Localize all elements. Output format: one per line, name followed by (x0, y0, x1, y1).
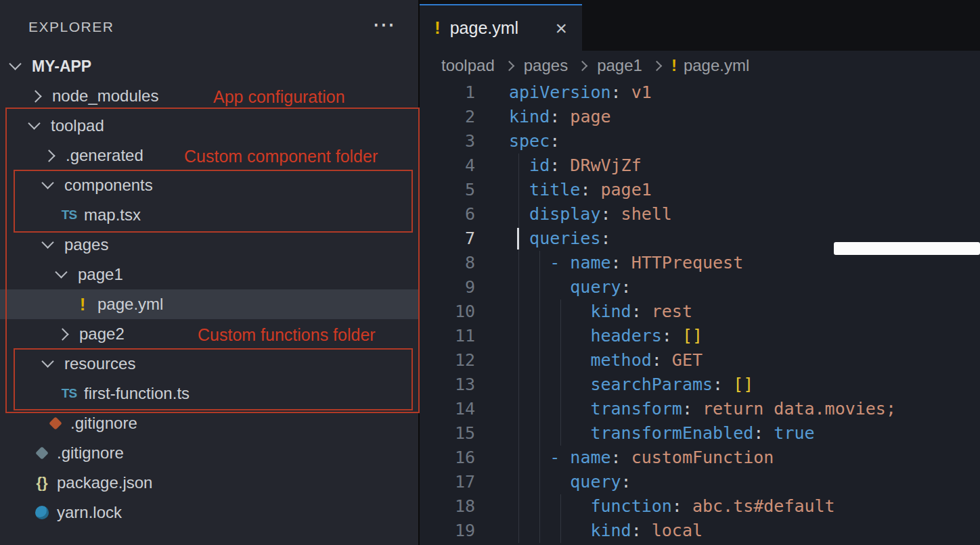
tree-item-components[interactable]: components (0, 170, 418, 200)
line-number: 12 (420, 348, 475, 373)
tree-item-map-tsx[interactable]: TS map.tsx (0, 200, 418, 230)
explorer-sidebar: EXPLORER ⋯ MY-APP node_modules toolpad .… (0, 0, 418, 545)
code-text: transformEnabled: true (509, 421, 815, 446)
line-number: 15 (420, 421, 475, 446)
code-line: 4 id: DRwVjZf (420, 153, 980, 178)
breadcrumb-page1[interactable]: page1 (597, 56, 642, 75)
code-text: display: shell (509, 202, 672, 227)
chevron-right-icon (56, 328, 68, 340)
code-line: 14 transform: return data.movies; (420, 397, 980, 421)
chevron-down-icon (55, 266, 67, 278)
line-number: 18 (420, 494, 475, 519)
tree-item-package-json[interactable]: {} package.json (0, 468, 418, 498)
json-icon: {} (30, 474, 54, 492)
code-text: spec: (509, 129, 560, 153)
code-text: queries: (509, 227, 611, 251)
code-text: searchParams: [] (509, 373, 753, 397)
code-text: headers: [] (509, 324, 703, 348)
code-text: title: page1 (509, 178, 652, 202)
line-number: 2 (420, 105, 475, 129)
code-line: 2 kind: page (420, 105, 980, 129)
code-text: method: GET (509, 348, 703, 373)
tree-item-node-modules[interactable]: node_modules (0, 81, 418, 111)
line-number: 16 (420, 446, 475, 470)
tree-item-toolpad[interactable]: toolpad (0, 111, 418, 141)
tab-page-yml[interactable]: ! page.yml × (420, 4, 582, 51)
annotation-custom-functions-folder: Custom functions folder (198, 325, 376, 345)
tree-item-resources[interactable]: resources (0, 349, 418, 379)
close-icon[interactable]: × (555, 18, 567, 39)
chevron-right-icon (652, 60, 663, 71)
code-line: 1 apiVersion: v1 (420, 80, 980, 105)
code-text: kind: rest (509, 300, 692, 324)
line-number-active: 7 (420, 227, 475, 251)
tree-item-page-yml[interactable]: ! page.yml (0, 289, 418, 319)
chevron-right-icon (43, 149, 55, 162)
breadcrumb-file[interactable]: page.yml (684, 56, 749, 75)
code-line: 19 kind: local (420, 519, 980, 543)
warning-icon: ! (671, 56, 677, 75)
line-number: 19 (420, 519, 475, 543)
line-number: 4 (420, 153, 475, 178)
code-line: 16 - name: customFunction (420, 446, 980, 470)
code-text: id: DRwVjZf (509, 153, 642, 178)
chevron-right-icon (29, 90, 41, 102)
tab-bar: ! page.yml × (420, 0, 980, 51)
line-number: 3 (420, 129, 475, 153)
line-number: 14 (420, 397, 475, 421)
chevron-down-icon (9, 57, 21, 70)
git-icon (30, 448, 54, 458)
more-actions-icon[interactable]: ⋯ (372, 11, 397, 38)
warning-icon: ! (435, 18, 441, 39)
code-text: apiVersion: v1 (509, 80, 652, 105)
tab-title: page.yml (450, 18, 546, 38)
line-number: 5 (420, 178, 475, 202)
explorer-title: EXPLORER (28, 19, 114, 35)
breadcrumb-pages[interactable]: pages (524, 56, 568, 75)
tree-root-label: MY-APP (32, 57, 91, 76)
code-text: query: (509, 470, 631, 494)
code-text: transform: return data.movies; (509, 397, 896, 421)
line-number: 1 (420, 80, 475, 105)
line-number: 8 (420, 251, 475, 275)
code-line: 13 searchParams: [] (420, 373, 980, 397)
code-text: - name: customFunction (509, 446, 774, 470)
breadcrumb-toolpad[interactable]: toolpad (441, 56, 495, 75)
annotation-custom-component-folder: Custom component folder (184, 147, 378, 166)
code-line: 6 display: shell (420, 202, 980, 227)
code-line: 18 function: abc.ts#default (420, 494, 980, 519)
line-number: 17 (420, 470, 475, 494)
code-line: 5 title: page1 (420, 178, 980, 202)
chevron-right-icon (504, 60, 514, 71)
editor-code-area[interactable]: 1 apiVersion: v1 2 kind: page 3 spec: 4 … (420, 80, 980, 543)
code-line: 8 - name: HTTPrequest (420, 251, 980, 275)
line-number: 11 (420, 324, 475, 348)
tree-item-gitignore-root[interactable]: .gitignore (0, 438, 418, 468)
code-text: kind: local (509, 519, 703, 543)
code-line: 15 transformEnabled: true (420, 421, 980, 446)
tree-item-page1[interactable]: page1 (0, 260, 418, 289)
tree-item-yarn-lock[interactable]: yarn.lock (0, 498, 418, 527)
chevron-down-icon (28, 117, 40, 129)
line-number: 10 (420, 300, 475, 324)
warning-icon: ! (70, 294, 95, 315)
tree-item-pages[interactable]: pages (0, 230, 418, 260)
vscode-window: EXPLORER ⋯ MY-APP node_modules toolpad .… (0, 0, 980, 545)
code-text: - name: HTTPrequest (509, 251, 743, 275)
tree-item-gitignore-toolpad[interactable]: .gitignore (0, 408, 418, 438)
file-tree: MY-APP node_modules toolpad .generated c… (0, 51, 418, 527)
editor-pane: ! page.yml × toolpad pages page1 ! page.… (420, 0, 980, 545)
git-icon (43, 419, 68, 428)
chevron-right-icon (577, 60, 588, 71)
breadcrumb: toolpad pages page1 ! page.yml (420, 51, 980, 80)
annotation-app-configuration: App configuration (213, 87, 345, 107)
code-line: 7 queries: (420, 227, 980, 251)
yarn-icon (30, 506, 54, 519)
chevron-down-icon (41, 236, 53, 248)
chevron-down-icon (41, 176, 53, 189)
tree-item-first-function-ts[interactable]: TS first-function.ts (0, 379, 418, 408)
line-number: 9 (420, 275, 475, 300)
line-number: 6 (420, 202, 475, 227)
code-line: 12 method: GET (420, 348, 980, 373)
tree-root-my-app[interactable]: MY-APP (0, 51, 418, 81)
